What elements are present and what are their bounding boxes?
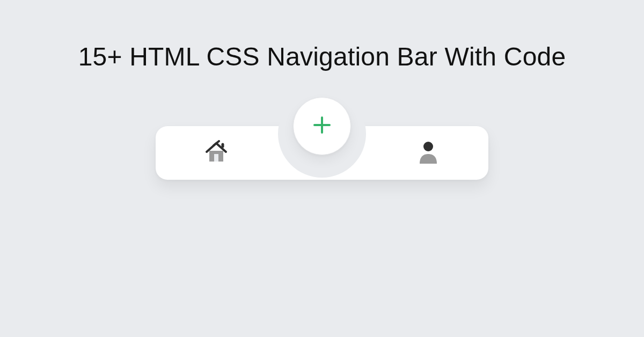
nav-home-button[interactable]: [156, 140, 276, 166]
svg-point-1: [423, 142, 433, 151]
page-title: 15+ HTML CSS Navigation Bar With Code: [78, 42, 566, 71]
svg-rect-0: [214, 154, 218, 162]
home-icon: [203, 140, 229, 166]
user-icon: [418, 140, 439, 166]
add-button[interactable]: [293, 97, 351, 155]
plus-icon: [311, 114, 333, 138]
navigation-bar-demo: [156, 110, 488, 180]
nav-profile-button[interactable]: [368, 140, 488, 166]
